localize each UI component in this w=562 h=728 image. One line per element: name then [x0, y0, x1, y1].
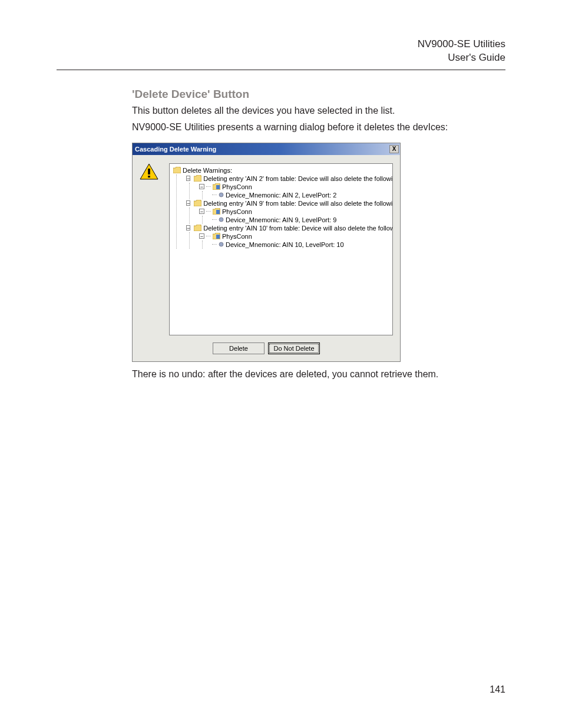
folder-icon [213, 233, 220, 239]
warning-icon [140, 163, 158, 335]
folder-icon [213, 183, 220, 190]
dialog-titlebar: Cascading Delete Warning X [133, 143, 400, 155]
tree-label: Device_Mnemonic: AIN 10, LevelPort: 10 [226, 241, 344, 249]
tree-child: −PhysConn [199, 207, 389, 216]
dialog-title: Cascading Delete Warning [135, 146, 389, 153]
tree-label: Device_Mnemonic: AIN 9, LevelPort: 9 [226, 216, 336, 224]
svg-rect-5 [216, 210, 220, 214]
tree-label: Deleting entry 'AIN 9' from table: Devic… [203, 199, 393, 207]
header-divider [57, 70, 505, 70]
tree-leaf: Device_Mnemonic: AIN 2, LevelPort: 2 [212, 191, 389, 199]
warning-tree: Delete Warnings:−Deleting entry 'AIN 2' … [169, 163, 393, 335]
tree-leaf: Device_Mnemonic: AIN 9, LevelPort: 9 [212, 216, 389, 224]
leaf-icon [219, 217, 224, 222]
section-paragraph: NV9000-SE Utilities presents a warning d… [132, 121, 505, 134]
section-paragraph: This button deletes all the devices you … [132, 104, 505, 117]
tree-label: PhysConn [222, 183, 252, 191]
tree-label: Delete Warnings: [183, 166, 232, 174]
delete-button[interactable]: Delete [213, 342, 265, 354]
cascading-delete-dialog: Cascading Delete Warning X Delete Warnin… [132, 143, 401, 362]
svg-rect-3 [216, 185, 220, 189]
folder-icon [194, 200, 201, 206]
svg-rect-1 [148, 169, 150, 174]
close-icon[interactable]: X [389, 145, 399, 153]
tree-expander[interactable]: − [186, 225, 190, 230]
tree-child: −PhysConn [199, 183, 389, 191]
svg-point-8 [219, 242, 223, 246]
tree-label: Deleting entry 'AIN 10' from table: Devi… [203, 224, 393, 232]
tree-expander[interactable]: − [199, 184, 204, 189]
svg-point-4 [219, 193, 223, 197]
tree-entry: −Deleting entry 'AIN 9' from table: Devi… [186, 199, 389, 207]
tree-label: Deleting entry 'AIN 2' from table: Devic… [203, 174, 393, 183]
svg-point-6 [219, 218, 223, 222]
tree-expander[interactable]: − [199, 209, 204, 214]
folder-icon [213, 208, 220, 215]
svg-rect-7 [216, 235, 220, 239]
section-paragraph: There is no undo: after the devices are … [132, 368, 505, 381]
folder-icon [194, 175, 201, 182]
leaf-icon [219, 192, 224, 197]
page-number: 141 [490, 684, 505, 695]
do-not-delete-button[interactable]: Do Not Delete [268, 342, 320, 354]
tree-child: −PhysConn [199, 232, 389, 241]
svg-rect-2 [148, 176, 150, 177]
tree-expander[interactable]: − [186, 200, 190, 206]
tree-expander[interactable]: − [186, 176, 190, 181]
folder-icon [173, 167, 181, 173]
leaf-icon [219, 242, 224, 247]
folder-icon [194, 225, 201, 231]
header-product: NV9000-SE Utilities [57, 38, 505, 51]
tree-root-node: Delete Warnings: [173, 166, 389, 174]
tree-label: PhysConn [222, 207, 252, 216]
tree-label: PhysConn [222, 232, 252, 241]
tree-expander[interactable]: − [199, 233, 204, 239]
section-heading: 'Delete Device' Button [132, 88, 505, 101]
tree-label: Device_Mnemonic: AIN 2, LevelPort: 2 [226, 191, 336, 199]
header-doc: User's Guide [57, 51, 505, 65]
tree-entry: −Deleting entry 'AIN 10' from table: Dev… [186, 224, 389, 232]
tree-leaf: Device_Mnemonic: AIN 10, LevelPort: 10 [212, 241, 389, 249]
tree-entry: −Deleting entry 'AIN 2' from table: Devi… [186, 174, 389, 183]
